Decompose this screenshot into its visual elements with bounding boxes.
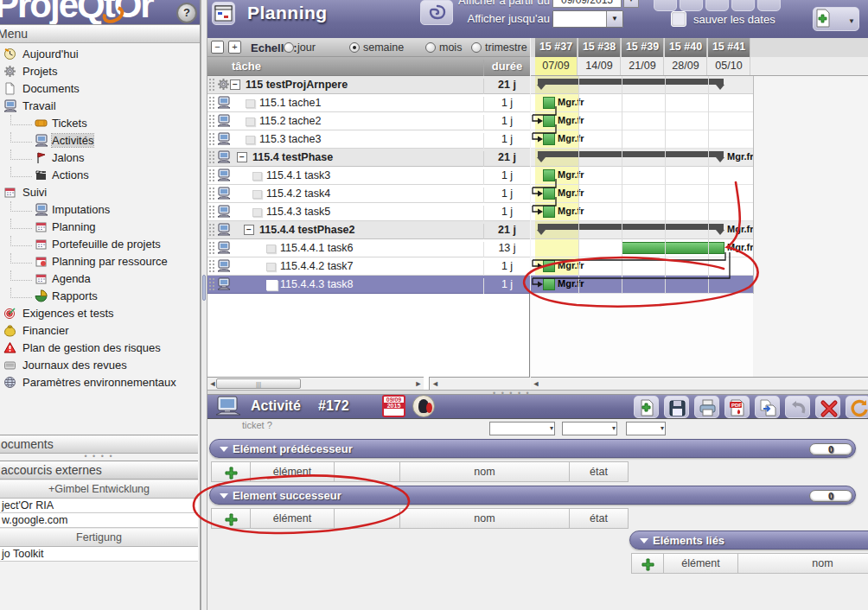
drag-handle-icon[interactable] (208, 96, 216, 110)
table-row[interactable]: 115.4.4.2 task71 j (207, 257, 530, 276)
successor-section-header[interactable]: Element successeur 0 (209, 486, 856, 505)
show-from-dropdown-button[interactable]: ▼ (623, 0, 639, 8)
menu-item-activit-s[interactable]: Activités (0, 132, 201, 149)
gantt-row[interactable]: Mgr.fr (531, 221, 753, 239)
form-select-1[interactable] (489, 422, 555, 435)
scrollbar-thumb[interactable] (216, 378, 301, 389)
new-document-button[interactable] (634, 396, 659, 418)
drag-handle-icon[interactable] (208, 78, 216, 92)
menu-item-planning[interactable]: Planning (0, 219, 201, 236)
table-row[interactable]: 115.3 tache31 j (207, 130, 530, 149)
undo-button[interactable] (785, 396, 810, 418)
table-row[interactable]: −115.4.4 testPhase221 j (207, 221, 530, 239)
task-table-hscrollbar[interactable]: ◄ ► (207, 377, 424, 390)
new-item-dropdown[interactable]: ▼ (848, 17, 855, 25)
column-header-tat[interactable]: état (570, 461, 629, 482)
gantt-row[interactable] (531, 76, 753, 94)
scroll-right-arrow[interactable]: ► (414, 379, 423, 389)
collapse-arrow-icon[interactable] (640, 538, 648, 548)
drag-handle-icon[interactable] (208, 241, 216, 255)
predecessor-section-header[interactable]: Elément prédécesseur 0 (209, 439, 856, 458)
panel-splitter-grip[interactable]: • • • • (0, 454, 198, 461)
drag-handle-icon[interactable] (208, 150, 216, 164)
table-row[interactable]: 115.4.3 task51 j (207, 203, 530, 221)
menu-item-documents[interactable]: Documents (0, 80, 201, 98)
shortcuts-panel-header[interactable]: accourcis externes (0, 461, 198, 480)
table-row[interactable]: −115 testProjArnpere21 j (207, 76, 530, 94)
save-button[interactable] (664, 396, 689, 418)
top-toolbar-button-5[interactable] (757, 0, 781, 11)
linked-section-header[interactable]: Eléments liés (629, 531, 868, 550)
menu-item-actions[interactable]: Actions (0, 167, 201, 184)
add-row-button[interactable] (211, 508, 251, 529)
menu-item-financier[interactable]: Financier (0, 322, 201, 340)
secondary-hscrollbar[interactable]: ◄ (429, 377, 530, 390)
column-header-nom[interactable]: nom (400, 461, 570, 482)
help-icon[interactable]: ? (176, 3, 197, 23)
gantt-row[interactable]: Mgr.fr (531, 167, 753, 185)
drag-handle-icon[interactable] (208, 223, 216, 237)
column-header-lment[interactable]: élément (251, 508, 335, 529)
add-row-button[interactable] (211, 461, 251, 482)
task-bar[interactable] (543, 115, 555, 127)
refresh-button[interactable] (846, 396, 868, 418)
scale-radio-semaine[interactable] (349, 42, 360, 53)
scale-radio-jour[interactable] (284, 42, 294, 53)
menu-item-imputations[interactable]: Imputations (0, 201, 201, 219)
calendar-icon-button[interactable] (212, 2, 235, 25)
save-dates-checkbox[interactable] (671, 11, 686, 27)
menu-item-portefeuille-de-projets[interactable]: Portefeuille de projets (0, 236, 201, 253)
form-select-2[interactable] (562, 422, 617, 435)
gantt-row[interactable]: Mgr.fr (531, 130, 753, 149)
shortcut-link[interactable]: ject'Or RIA (0, 499, 198, 513)
splitter-thumb[interactable] (202, 275, 206, 301)
column-header-empty[interactable] (335, 508, 400, 529)
gantt-row[interactable]: Mgr.fr (531, 185, 753, 203)
sidebar-splitter[interactable] (201, 0, 207, 610)
task-bar[interactable] (622, 242, 724, 254)
show-until-dropdown-button[interactable]: ▼ (606, 11, 622, 27)
top-toolbar-button-1[interactable] (654, 0, 677, 11)
table-row[interactable]: 115.2 tache21 j (207, 112, 530, 130)
column-header-empty[interactable] (335, 461, 400, 482)
shortcut-link[interactable]: jo Toolkit (0, 547, 198, 562)
zoom-out-button[interactable]: − (211, 41, 224, 54)
scroll-left-arrow[interactable]: ◄ (532, 379, 540, 389)
task-bar[interactable] (543, 97, 555, 109)
delete-button[interactable] (815, 396, 840, 418)
table-row[interactable]: 115.4.1 task31 j (207, 167, 530, 185)
copy-button[interactable] (755, 396, 780, 418)
gantt-row[interactable]: Mgr.fr (531, 94, 753, 112)
summary-bar[interactable] (538, 151, 724, 157)
menu-item-journaux-des-revues[interactable]: Journaux des revues (0, 357, 201, 374)
collapse-button[interactable]: − (237, 152, 247, 162)
menu-item-suivi[interactable]: Suivi (0, 184, 201, 201)
drag-handle-icon[interactable] (208, 277, 216, 291)
gantt-row[interactable]: Mgr.fr (531, 203, 753, 221)
scale-radio-mois[interactable] (425, 42, 436, 53)
menu-item-jalons[interactable]: Jalons (0, 149, 201, 167)
drag-handle-icon[interactable] (208, 168, 216, 182)
menu-item-plan-de-gestion-des-risques[interactable]: Plan de gestion des risques (0, 340, 201, 357)
menu-item-exigences-et-tests[interactable]: Exigences et tests (0, 305, 201, 322)
column-duration[interactable]: durée (483, 60, 530, 76)
column-header-nom[interactable]: nom (738, 553, 868, 574)
summary-bar[interactable] (538, 79, 724, 85)
menu-item-projets[interactable]: Projets (0, 63, 201, 80)
documents-panel-header[interactable]: ocuments (0, 435, 198, 454)
app-logo[interactable]: ProjeQtOr ? (0, 0, 201, 24)
menu-item-rapports[interactable]: Rapports (0, 288, 201, 305)
table-row[interactable]: −115.4 testPhase21 j (207, 149, 530, 167)
print-button[interactable] (694, 396, 719, 418)
column-header-tat[interactable]: état (570, 508, 629, 529)
pdf-button[interactable]: PDF (724, 396, 750, 418)
gantt-row[interactable]: Mgr.fr (531, 239, 753, 257)
drag-handle-icon[interactable] (208, 132, 216, 146)
gantt-hscrollbar[interactable]: ◄ (531, 377, 868, 390)
menu-panel-header[interactable]: Menu (0, 24, 201, 43)
column-header-lment[interactable]: élément (251, 461, 335, 482)
drag-handle-icon[interactable] (208, 114, 216, 128)
add-row-button[interactable] (631, 553, 664, 574)
zoom-in-button[interactable]: + (228, 41, 241, 54)
task-bar[interactable] (543, 133, 555, 145)
